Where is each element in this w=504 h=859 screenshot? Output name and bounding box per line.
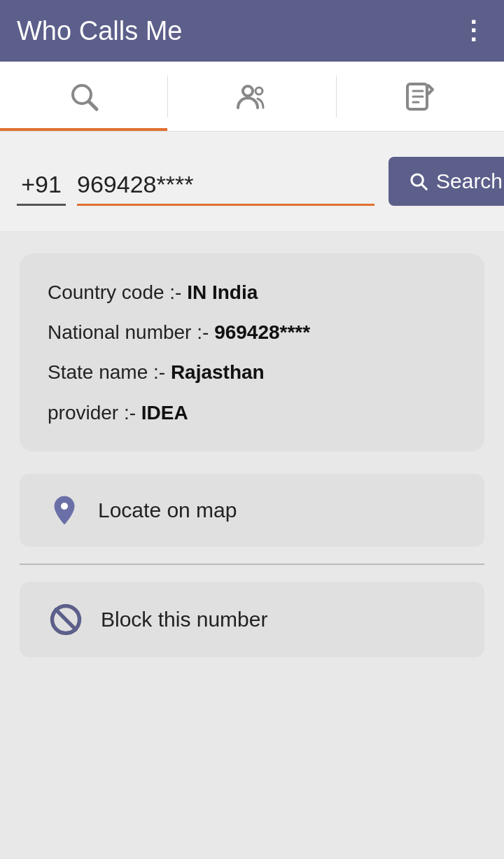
block-icon <box>48 601 84 638</box>
national-number-value: 969428**** <box>214 321 310 343</box>
phone-input-group: +91 <box>17 171 374 206</box>
search-button-label: Search <box>436 169 503 193</box>
provider-value: IDEA <box>141 402 188 424</box>
search-area: +91 Search <box>0 132 504 231</box>
country-name-value: India <box>212 281 258 303</box>
button-divider <box>20 564 484 565</box>
svg-point-7 <box>61 503 68 510</box>
contacts-icon <box>235 80 269 113</box>
block-number-button[interactable]: Block this number <box>20 582 484 657</box>
search-button[interactable]: Search <box>388 157 504 206</box>
tab-contacts[interactable] <box>168 62 335 131</box>
state-row: State name :- Rajasthan <box>48 358 456 386</box>
tab-search[interactable] <box>0 62 167 131</box>
svg-point-3 <box>255 88 262 95</box>
svg-line-9 <box>56 610 76 629</box>
provider-row: provider :- IDEA <box>48 399 456 426</box>
locate-button-label: Locate on map <box>98 498 237 522</box>
country-code-value: IN <box>187 281 206 303</box>
info-card: Country code :- IN India National number… <box>20 253 484 452</box>
app-title: Who Calls Me <box>17 16 183 46</box>
search-icon <box>67 80 101 113</box>
phone-number-input[interactable] <box>77 171 374 206</box>
country-code-display: +91 <box>17 171 66 206</box>
national-number-label: National number :- <box>48 321 209 343</box>
svg-line-1 <box>89 102 97 109</box>
locate-icon <box>48 494 81 527</box>
app-header: Who Calls Me ⋮ <box>0 0 504 62</box>
block-button-label: Block this number <box>101 608 267 631</box>
search-button-icon <box>408 171 429 192</box>
more-menu-button[interactable]: ⋮ <box>461 16 487 46</box>
national-number-row: National number :- 969428**** <box>48 319 456 346</box>
svg-point-2 <box>243 86 253 96</box>
state-label: State name :- <box>48 361 165 383</box>
country-code-row: Country code :- IN India <box>48 279 456 306</box>
tab-bar <box>0 62 504 132</box>
svg-line-6 <box>421 184 426 189</box>
locate-on-map-button[interactable]: Locate on map <box>20 474 484 547</box>
country-code-label: Country code :- <box>48 281 181 303</box>
provider-label: provider :- <box>48 402 136 424</box>
state-value: Rajasthan <box>171 361 265 383</box>
history-icon <box>403 80 437 113</box>
tab-history[interactable] <box>337 62 504 131</box>
